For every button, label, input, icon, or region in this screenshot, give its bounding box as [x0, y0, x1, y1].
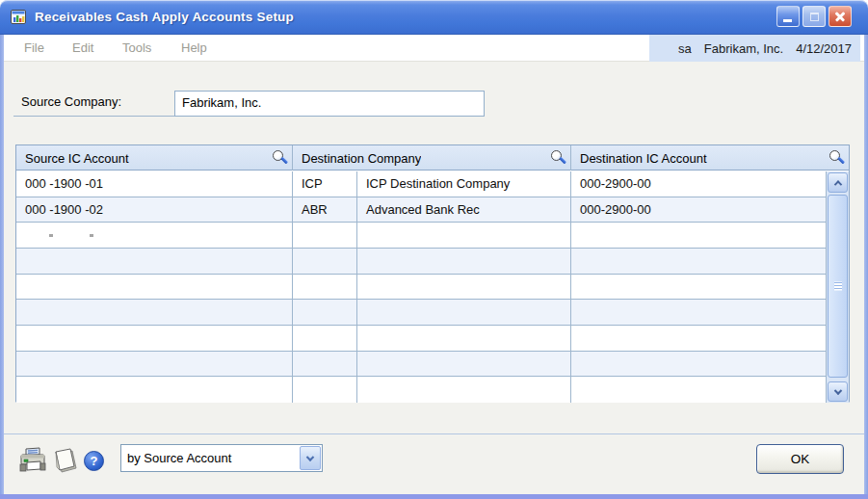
help-icon[interactable]: ?	[84, 451, 104, 471]
chevron-down-icon	[306, 453, 314, 460]
source-ic-account-cell[interactable]	[16, 377, 293, 403]
destination-company-name-cell[interactable]: Advanced Bank Rec	[357, 197, 571, 223]
title-bar: Receivables Cash Apply Accounts Setup	[0, 0, 868, 35]
destination-company-id-cell[interactable]	[293, 223, 357, 248]
lookup-icon[interactable]	[272, 149, 289, 167]
column-header-destination-ic-account[interactable]: Destination IC Account	[571, 145, 849, 171]
ok-button-label: OK	[791, 452, 810, 466]
table-row	[16, 249, 826, 275]
source-ic-account-cell[interactable]	[16, 352, 293, 377]
destination-company-name-cell[interactable]	[357, 326, 571, 351]
close-button[interactable]	[829, 6, 852, 27]
destination-ic-account-cell[interactable]	[571, 300, 826, 325]
column-header-label: Destination Company	[302, 146, 421, 171]
source-ic-account-cell[interactable]	[16, 275, 293, 300]
destination-company-id-cell[interactable]	[293, 352, 357, 377]
scrollbar-up-button[interactable]	[828, 172, 848, 193]
destination-company-id-cell[interactable]: ICP	[293, 171, 357, 197]
table-row: 000 -1900 -01ICPICP Destination Company0…	[16, 171, 826, 197]
scrollbar-grip	[834, 282, 842, 291]
table-row: 000 -1900 -02ABRAdvanced Bank Rec000-290…	[16, 197, 826, 223]
account-segment-separator	[90, 234, 93, 237]
column-header-source-ic-account[interactable]: Source IC Account	[16, 145, 293, 171]
status-user: sa	[678, 41, 692, 56]
source-ic-account-cell[interactable]	[16, 326, 293, 351]
table-row	[16, 326, 826, 352]
menu-edit[interactable]: Edit	[72, 35, 93, 62]
window-border-right	[864, 35, 868, 499]
destination-company-name-cell[interactable]	[357, 249, 571, 274]
vertical-scrollbar[interactable]	[826, 171, 849, 403]
account-segment-separator	[49, 234, 53, 237]
grid-header-row: Source IC Account Destination Company De…	[16, 145, 849, 171]
table-row	[16, 352, 826, 378]
column-header-destination-company[interactable]: Destination Company	[293, 145, 571, 171]
table-row	[16, 223, 826, 249]
table-row	[16, 377, 826, 403]
column-header-label: Destination IC Account	[580, 146, 707, 171]
window-title: Receivables Cash Apply Accounts Setup	[35, 0, 294, 35]
minimize-icon	[783, 19, 792, 22]
source-ic-account-cell[interactable]	[16, 300, 293, 325]
destination-ic-account-cell[interactable]	[571, 326, 826, 351]
chevron-up-icon	[833, 180, 841, 188]
sort-order-value: by Source Account	[121, 451, 299, 465]
session-status-panel: sa Fabrikam, Inc. 4/12/2017	[649, 35, 860, 62]
scrollbar-thumb[interactable]	[828, 195, 848, 378]
sort-order-select[interactable]: by Source Account	[120, 444, 323, 472]
footer-divider	[4, 433, 864, 434]
destination-company-name-cell[interactable]	[357, 300, 571, 325]
source-ic-account-cell[interactable]	[16, 249, 293, 274]
status-company: Fabrikam, Inc.	[704, 41, 783, 56]
destination-ic-account-cell[interactable]	[571, 275, 826, 300]
destination-company-name-cell[interactable]	[357, 352, 571, 377]
status-date: 4/12/2017	[796, 41, 852, 56]
application-window: Receivables Cash Apply Accounts Setup Fi…	[0, 0, 868, 499]
print-icon[interactable]	[18, 446, 47, 475]
source-company-field[interactable]: Fabrikam, Inc.	[174, 91, 485, 117]
window-border-bottom	[0, 494, 868, 499]
menu-tools[interactable]: Tools	[122, 35, 151, 62]
menu-file[interactable]: File	[24, 35, 44, 62]
combo-dropdown-button[interactable]	[300, 446, 321, 470]
destination-company-name-cell[interactable]: ICP Destination Company	[357, 171, 571, 197]
destination-company-id-cell[interactable]	[293, 249, 357, 274]
destination-ic-account-cell[interactable]	[571, 352, 826, 377]
accounts-grid: Source IC Account Destination Company De…	[15, 144, 850, 402]
window-client-area: File Edit Tools Help sa Fabrikam, Inc. 4…	[4, 35, 864, 494]
chevron-down-icon	[833, 386, 841, 394]
help-glyph: ?	[91, 454, 98, 468]
table-row	[16, 300, 826, 326]
destination-ic-account-cell[interactable]	[571, 223, 826, 248]
table-row	[16, 275, 826, 301]
scrollbar-down-button[interactable]	[828, 381, 848, 402]
source-ic-account-cell[interactable]: 000 -1900 -02	[16, 197, 293, 223]
source-company-label: Source Company:	[21, 94, 121, 109]
destination-ic-account-cell[interactable]	[571, 249, 826, 274]
destination-company-id-cell[interactable]: ABR	[293, 197, 357, 223]
destination-company-name-cell[interactable]	[357, 275, 571, 300]
maximize-button[interactable]	[802, 6, 826, 27]
menu-bar: File Edit Tools Help sa Fabrikam, Inc. 4…	[4, 35, 864, 62]
destination-company-id-cell[interactable]	[293, 300, 357, 325]
minimize-button[interactable]	[776, 6, 800, 27]
lookup-icon[interactable]	[829, 149, 846, 167]
grid-body: 000 -1900 -01ICPICP Destination Company0…	[16, 171, 826, 403]
maximize-icon	[810, 13, 819, 21]
note-icon[interactable]	[51, 447, 80, 476]
destination-ic-account-cell[interactable]	[571, 377, 826, 403]
destination-company-name-cell[interactable]	[357, 223, 571, 248]
destination-company-id-cell[interactable]	[293, 377, 357, 403]
source-ic-account-cell[interactable]: 000 -1900 -01	[16, 171, 293, 197]
ok-button[interactable]: OK	[756, 444, 844, 474]
column-header-label: Source IC Account	[25, 146, 129, 171]
destination-company-id-cell[interactable]	[293, 326, 357, 351]
destination-company-id-cell[interactable]	[293, 275, 357, 300]
destination-ic-account-cell[interactable]: 000-2900-00	[571, 197, 826, 223]
menu-help[interactable]: Help	[181, 35, 207, 62]
source-ic-account-cell[interactable]	[16, 223, 293, 248]
window-app-icon	[11, 9, 28, 26]
destination-company-name-cell[interactable]	[357, 377, 571, 403]
destination-ic-account-cell[interactable]: 000-2900-00	[571, 171, 826, 197]
lookup-icon[interactable]	[550, 149, 567, 167]
